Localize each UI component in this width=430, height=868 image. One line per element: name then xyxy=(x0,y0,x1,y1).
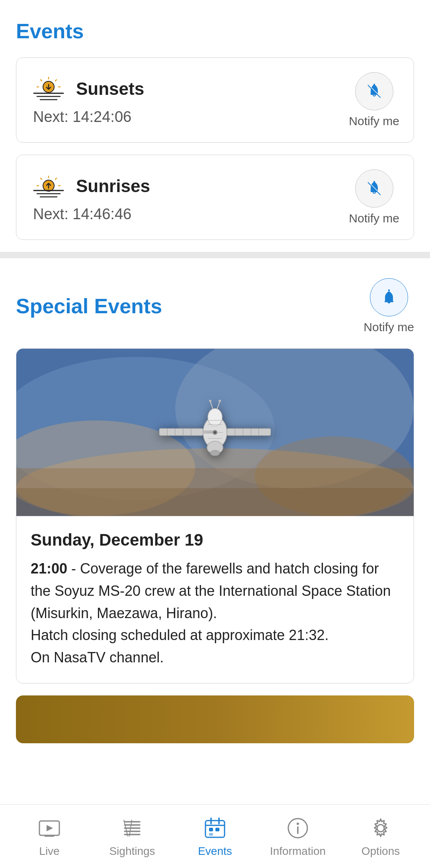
svg-rect-35 xyxy=(159,428,203,436)
page-title: Events xyxy=(16,19,414,43)
sunsets-notify-button[interactable]: Notify me xyxy=(349,72,399,128)
info-icon xyxy=(285,815,311,841)
special-events-notify-button[interactable]: Notify me xyxy=(364,278,414,334)
svg-marker-60 xyxy=(47,825,53,831)
tv-icon xyxy=(37,815,62,841)
special-events-header: Special Events Notify me xyxy=(16,278,414,334)
svg-point-79 xyxy=(377,825,384,832)
bell-off-icon-2 xyxy=(365,179,383,198)
special-event-image xyxy=(16,349,414,516)
svg-rect-9 xyxy=(373,84,375,86)
nav-label-sightings: Sightings xyxy=(109,845,155,858)
svg-rect-75 xyxy=(209,833,213,836)
sunset-icon xyxy=(31,75,66,103)
sunsets-card: Sunsets Next: 14:24:06 Notify me xyxy=(16,57,414,143)
sunrise-icon xyxy=(31,172,66,200)
svg-line-5 xyxy=(55,80,57,81)
nav-item-events[interactable]: Events xyxy=(174,815,256,858)
svg-rect-24 xyxy=(388,289,390,291)
sunrises-notify-circle xyxy=(355,169,393,208)
nav-item-live[interactable]: Live xyxy=(8,815,91,858)
sunsets-next: Next: 14:24:06 xyxy=(33,108,144,126)
svg-line-18 xyxy=(41,178,42,179)
svg-point-78 xyxy=(297,823,299,825)
svg-point-58 xyxy=(214,431,216,434)
nav-item-options[interactable]: Options xyxy=(339,815,422,858)
special-events-notify-label: Notify me xyxy=(364,320,414,334)
svg-line-17 xyxy=(55,178,57,179)
svg-rect-33 xyxy=(16,488,414,516)
svg-rect-69 xyxy=(205,821,225,837)
svg-rect-73 xyxy=(209,828,213,831)
sunrises-card: Sunrises Next: 14:46:46 Notify me xyxy=(16,155,414,240)
gear-icon xyxy=(368,815,393,841)
preview-card xyxy=(16,695,414,743)
svg-point-54 xyxy=(209,400,211,402)
nav-label-information: Information xyxy=(270,845,326,858)
svg-line-6 xyxy=(41,80,42,81)
nav-label-options: Options xyxy=(362,845,400,858)
svg-line-53 xyxy=(217,401,220,409)
svg-rect-21 xyxy=(373,181,375,183)
special-event-description: 21:00 - Coverage of the farewells and ha… xyxy=(31,558,399,669)
svg-rect-74 xyxy=(215,828,219,831)
sunrises-info: Sunrises Next: 14:46:46 xyxy=(31,172,150,223)
nav-label-live: Live xyxy=(39,845,59,858)
nav-item-sightings[interactable]: Sightings xyxy=(91,815,174,858)
svg-point-46 xyxy=(208,408,222,426)
sunrises-title: Sunrises xyxy=(76,176,150,196)
layers-icon xyxy=(119,815,145,841)
sunsets-notify-label: Notify me xyxy=(349,114,399,128)
bell-off-icon xyxy=(365,82,383,100)
sunrises-next: Next: 14:46:46 xyxy=(33,206,150,223)
sunrises-notify-label: Notify me xyxy=(349,212,399,225)
svg-point-56 xyxy=(210,450,220,456)
nav-item-information[interactable]: Information xyxy=(256,815,339,858)
sunsets-notify-circle xyxy=(355,72,393,110)
svg-rect-40 xyxy=(227,428,271,436)
svg-line-52 xyxy=(210,401,213,409)
sunrises-notify-button[interactable]: Notify me xyxy=(349,169,399,225)
svg-point-55 xyxy=(219,400,221,402)
special-event-date: Sunday, December 19 xyxy=(31,530,399,550)
special-events-title: Special Events xyxy=(16,294,162,318)
bottom-nav: Live Sightings xyxy=(0,804,430,868)
special-events-notify-circle xyxy=(370,278,408,316)
bell-on-icon xyxy=(380,288,398,306)
section-divider xyxy=(0,252,430,258)
special-event-body: Sunday, December 19 21:00 - Coverage of … xyxy=(16,516,414,683)
nav-label-events: Events xyxy=(198,845,232,858)
sunsets-info: Sunsets Next: 14:24:06 xyxy=(31,75,144,126)
sunsets-title: Sunsets xyxy=(76,79,144,99)
spacecraft-svg xyxy=(151,373,279,492)
calendar-icon xyxy=(202,815,228,841)
special-event-card-1: Sunday, December 19 21:00 - Coverage of … xyxy=(16,348,414,683)
